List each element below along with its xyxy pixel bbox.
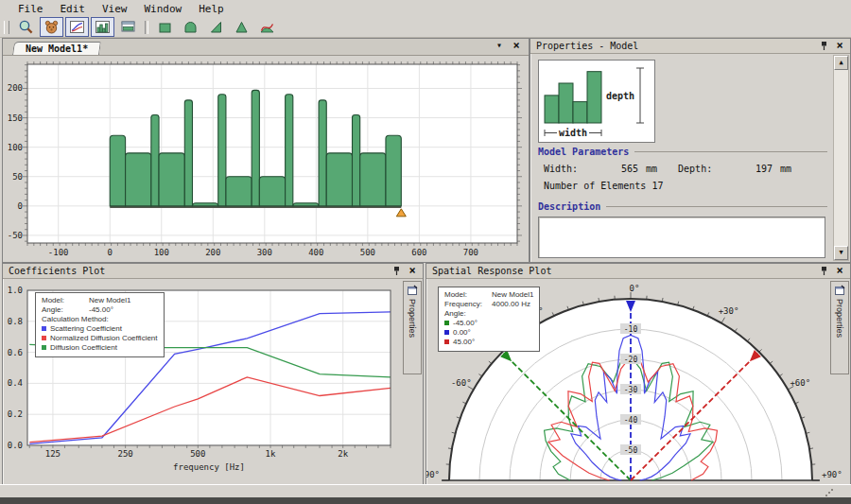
- menu-window[interactable]: Window: [136, 2, 191, 16]
- properties-window-icon: [407, 285, 418, 296]
- properties-side-tab[interactable]: Properties: [830, 281, 849, 374]
- diffuser-element: [192, 203, 217, 207]
- svg-text:width: width: [559, 128, 587, 138]
- diffuser-element: [110, 135, 125, 206]
- add-curve-element-button[interactable]: [255, 17, 279, 37]
- window-layout-button[interactable]: [116, 17, 140, 37]
- pin-icon[interactable]: [820, 41, 833, 51]
- legend-swatch-icon: [444, 321, 449, 325]
- tabbar-buttons: ▾ ×: [496, 40, 523, 52]
- add-rectangle-element-button[interactable]: [153, 17, 177, 37]
- diffuser-element: [386, 135, 401, 206]
- close-icon[interactable]: ×: [406, 265, 419, 277]
- toolbar-separator: [145, 21, 148, 34]
- legend-model-row: Model:New Model1: [42, 296, 158, 305]
- svg-text:250: 250: [117, 449, 132, 459]
- model-plot-svg[interactable]: -1000100200300400500600700-5005010015020…: [3, 56, 527, 261]
- menu-edit[interactable]: Edit: [52, 2, 95, 16]
- legend-swatch-icon: [444, 339, 449, 344]
- close-icon[interactable]: ×: [833, 265, 846, 277]
- description-header: Description: [538, 201, 827, 212]
- svg-text:200: 200: [205, 248, 220, 257]
- menu-view[interactable]: View: [94, 2, 136, 16]
- svg-text:-30: -30: [624, 386, 638, 394]
- model-parameters-header: Model Parameters: [538, 147, 827, 157]
- diffuser-element: [259, 177, 285, 206]
- coefficients-title: Coefficients Plot: [9, 266, 392, 276]
- dome-shape-icon: [182, 19, 199, 35]
- document-close-icon[interactable]: ×: [510, 40, 523, 52]
- pin-icon[interactable]: [820, 266, 833, 276]
- spatial-response-view-button[interactable]: [91, 17, 114, 37]
- properties-title: Properties - Model: [536, 41, 820, 51]
- properties-side-tab[interactable]: Properties: [403, 281, 422, 374]
- model-icon: [43, 19, 60, 35]
- menu-help[interactable]: Help: [190, 2, 233, 16]
- legend-swatch-icon: [42, 326, 46, 331]
- svg-text:50: 50: [12, 172, 23, 182]
- window-icon: [120, 19, 136, 35]
- zoom-tool-button[interactable]: [14, 17, 38, 37]
- menu-file[interactable]: File: [9, 2, 52, 16]
- toolbar-grip[interactable]: [4, 21, 9, 34]
- line-chart-icon: [69, 19, 85, 35]
- description-label: Description: [538, 201, 600, 212]
- window-bottom-edge: [0, 497, 851, 504]
- coefficients-plot-view-button[interactable]: [65, 17, 89, 37]
- model-parameters-label: Model Parameters: [538, 147, 629, 157]
- svg-text:-20: -20: [624, 356, 638, 364]
- properties-content: depthwidth Model Parameters Width: 565 m…: [530, 54, 850, 262]
- curve-shape-icon: [259, 19, 275, 35]
- add-triangle-element-button[interactable]: [230, 17, 253, 37]
- description-input[interactable]: [538, 217, 825, 258]
- model-thumbnail: depthwidth: [538, 60, 655, 143]
- triangle-shape-icon: [234, 19, 250, 35]
- coefficients-body: 1252505001k2k0.00.20.40.60.81.0frequency…: [3, 279, 423, 485]
- svg-text:frequency [Hz]: frequency [Hz]: [173, 462, 245, 472]
- tab-label: New Model1*: [26, 43, 88, 54]
- tab-new-model1[interactable]: New Model1*: [12, 42, 101, 55]
- properties-window-icon: [834, 285, 845, 296]
- legend-method-row: Calculation Method:: [42, 315, 158, 324]
- svg-text:+60°: +60°: [790, 378, 810, 388]
- elements-label: Number of Elements: [544, 181, 646, 191]
- diffuser-element: [159, 153, 184, 206]
- spatial-legend: Model:New Model1Frequency:4000.00 HzAngl…: [438, 287, 540, 352]
- add-dome-element-button[interactable]: [179, 17, 202, 37]
- width-label: Width:: [544, 164, 612, 174]
- rectangle-shape-icon: [157, 19, 173, 35]
- svg-text:1.0: 1.0: [8, 286, 23, 295]
- svg-text:0.4: 0.4: [8, 378, 23, 388]
- model-document-panel: New Model1* ▾ × -10001002003004005006007…: [2, 38, 530, 263]
- svg-text:2k: 2k: [338, 449, 348, 459]
- scroll-down-icon[interactable]: ▼: [834, 246, 848, 260]
- elements-field: Number of Elements 17: [544, 181, 663, 191]
- svg-text:200: 200: [8, 83, 23, 93]
- svg-text:-50: -50: [624, 446, 638, 455]
- svg-text:0.2: 0.2: [8, 409, 23, 419]
- svg-text:700: 700: [463, 248, 478, 257]
- diffuser-element: [252, 90, 259, 205]
- legend-entry: 45.00°: [444, 338, 533, 347]
- spatial-title-bar: Spatial Response Plot ×: [426, 264, 850, 279]
- pin-icon[interactable]: [392, 266, 406, 276]
- svg-text:-10: -10: [624, 325, 638, 334]
- toolbar: [0, 17, 851, 38]
- scroll-up-icon[interactable]: ▲: [834, 56, 848, 70]
- properties-scrollbar[interactable]: ▲ ▼: [833, 55, 849, 261]
- add-right-triangle-element-button[interactable]: [204, 17, 228, 37]
- svg-text:0: 0: [18, 201, 23, 211]
- svg-text:-40: -40: [624, 416, 638, 425]
- header-rule: [606, 206, 827, 207]
- document-tab-strip: New Model1* ▾ ×: [3, 39, 529, 56]
- depth-value: 197: [746, 164, 773, 174]
- diffuser-element: [326, 153, 352, 206]
- tab-list-dropdown-icon[interactable]: ▾: [496, 40, 502, 52]
- header-rule: [634, 151, 827, 152]
- model-view-button[interactable]: [40, 17, 63, 37]
- application-window: FileEditViewWindowHelp New Model1* ▾ × -…: [0, 0, 851, 504]
- legend-model-row: Model:New Model1: [444, 290, 533, 300]
- resize-grip[interactable]: [825, 488, 834, 496]
- close-icon[interactable]: ×: [833, 40, 846, 52]
- diffuser-element: [353, 114, 360, 205]
